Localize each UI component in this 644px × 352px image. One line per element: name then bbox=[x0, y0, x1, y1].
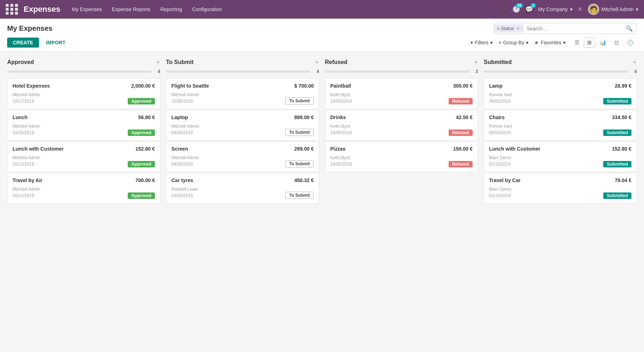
kanban-card[interactable]: Travel by Air 700.00 € Mitchell Admin10/… bbox=[7, 173, 160, 204]
app-logo: Expenses bbox=[24, 5, 60, 14]
status-badge: To Submit bbox=[285, 192, 314, 199]
column-progress-row-refused: 3 bbox=[325, 69, 478, 74]
column-progress-bar-refused bbox=[325, 70, 469, 73]
card-amount: 334.50 € bbox=[612, 114, 632, 120]
kanban-card[interactable]: Screen 289.00 € Mitchell Admin04/03/2019… bbox=[166, 141, 319, 172]
page-title: My Expenses bbox=[7, 24, 53, 33]
activity-icon[interactable]: 🕐 20 bbox=[512, 5, 520, 13]
card-meta: Mitchell Admin04/03/2019 bbox=[171, 155, 199, 167]
column-add-button-approved[interactable]: + bbox=[156, 59, 160, 66]
card-top: Lunch with Customer 152.80 € bbox=[489, 146, 631, 152]
search-filter-tag[interactable]: ≡ Status ✕ bbox=[494, 24, 523, 33]
card-name: Car tyres bbox=[171, 177, 193, 183]
card-amount: 79.04 € bbox=[615, 177, 631, 183]
column-header-submitted: Submitted + bbox=[484, 59, 637, 66]
card-name: Chairs bbox=[489, 114, 505, 120]
card-amount: 152.80 € bbox=[136, 146, 155, 152]
app-grid-icon[interactable] bbox=[6, 4, 19, 15]
kanban-card[interactable]: Lunch with Customer 152.80 € Mitchell Ad… bbox=[7, 141, 160, 172]
kanban-card[interactable]: Paintball 300.00 € Keith Byrd10/05/2019 … bbox=[325, 78, 478, 109]
status-badge: Approved bbox=[128, 192, 155, 199]
nav-reporting[interactable]: Reporting bbox=[160, 6, 182, 12]
messages-icon[interactable]: 💬 2 bbox=[525, 5, 533, 13]
card-top: Hotel Expenses 2,000.00 € bbox=[13, 83, 155, 89]
card-top: Lamp 28.99 € bbox=[489, 83, 631, 89]
toolbar-left: CREATE IMPORT bbox=[7, 38, 70, 48]
column-header-approved: Approved + bbox=[7, 59, 160, 66]
status-badge: Submitted bbox=[603, 161, 631, 167]
card-meta: Keith Byrd10/05/2019 bbox=[330, 123, 352, 136]
card-bottom: Keith Byrd10/05/2019 Refused bbox=[330, 155, 473, 167]
nav-my-expenses[interactable]: My Expenses bbox=[72, 6, 102, 12]
kanban-card[interactable]: Flight to Seattle $ 700.00 Mitchell Admi… bbox=[166, 78, 319, 109]
kanban-card[interactable]: Chairs 334.50 € Ronnie Hart06/02/2019 Su… bbox=[484, 110, 637, 141]
column-title-submitted: Submitted bbox=[484, 59, 512, 65]
card-top: Flight to Seattle $ 700.00 bbox=[171, 83, 314, 89]
card-bottom: Randall Lewis03/15/2019 To Submit bbox=[171, 186, 314, 199]
card-name: Lunch with Customer bbox=[13, 146, 64, 152]
groupby-dropdown-icon: ▾ bbox=[526, 40, 528, 45]
card-top: Pizzas 150.00 € bbox=[330, 146, 473, 152]
status-badge: Refused bbox=[449, 161, 473, 167]
column-count-approved: 4 bbox=[155, 69, 160, 74]
column-title-refused: Refused bbox=[325, 59, 347, 65]
search-input[interactable] bbox=[523, 24, 622, 33]
subheader: My Expenses ≡ Status ✕ 🔍 CREATE IMPORT ▾… bbox=[0, 19, 644, 52]
import-button[interactable]: IMPORT bbox=[42, 38, 70, 48]
status-badge: Refused bbox=[449, 98, 473, 104]
card-name: Paintball bbox=[330, 83, 351, 89]
kanban-board: Approved + 4 Hotel Expenses 2,000.00 € M… bbox=[0, 52, 644, 211]
kanban-card[interactable]: Pizzas 150.00 € Keith Byrd10/05/2019 Ref… bbox=[325, 141, 478, 172]
subheader-top: My Expenses ≡ Status ✕ 🔍 bbox=[7, 23, 637, 34]
column-approved: Approved + 4 Hotel Expenses 2,000.00 € M… bbox=[7, 59, 160, 204]
status-badge: Approved bbox=[128, 129, 155, 136]
column-add-button-submitted[interactable]: + bbox=[633, 59, 637, 66]
funnel-icon: ▾ bbox=[470, 40, 473, 45]
kanban-card[interactable]: Travel by Car 79.04 € Marc Demo01/15/201… bbox=[484, 173, 637, 204]
card-meta: Keith Byrd10/05/2019 bbox=[330, 155, 352, 167]
nav-links: My Expenses Expense Reports Reporting Co… bbox=[72, 6, 501, 12]
card-name: Pizzas bbox=[330, 146, 346, 152]
list-view-button[interactable]: ☰ bbox=[571, 38, 582, 48]
card-amount: 28.99 € bbox=[615, 83, 631, 89]
card-top: Paintball 300.00 € bbox=[330, 83, 473, 89]
card-amount: 56.80 € bbox=[138, 114, 155, 120]
search-button[interactable]: 🔍 bbox=[622, 23, 636, 34]
kanban-view-button[interactable]: ⊞ bbox=[584, 38, 595, 48]
column-add-button-to-submit[interactable]: + bbox=[315, 59, 319, 66]
card-amount: 152.80 € bbox=[612, 146, 632, 152]
kanban-card[interactable]: Lunch with Customer 152.80 € Marc Demo01… bbox=[484, 141, 637, 172]
column-progress-row-approved: 4 bbox=[7, 69, 160, 74]
card-name: Travel by Air bbox=[13, 177, 43, 183]
kanban-card[interactable]: Hotel Expenses 2,000.00 € Mitchell Admin… bbox=[7, 78, 160, 109]
favorites-button[interactable]: ★ Favorites ▾ bbox=[534, 40, 566, 45]
kanban-card[interactable]: Drinks 42.50 € Keith Byrd10/05/2019 Refu… bbox=[325, 110, 478, 141]
kanban-card[interactable]: Laptop 889.00 € Mitchell Admin04/03/2019… bbox=[166, 110, 319, 141]
column-submitted: Submitted + 4 Lamp 28.99 € Ronnie Hart06… bbox=[484, 59, 637, 204]
filter-tag-close[interactable]: ✕ bbox=[516, 26, 520, 31]
groupby-label: Group By bbox=[503, 40, 524, 45]
card-bottom: Mitchell Admin10/13/2019 Approved bbox=[13, 155, 155, 167]
card-meta: Keith Byrd10/05/2019 bbox=[330, 92, 352, 104]
filters-button[interactable]: ▾ Filters ▾ bbox=[470, 40, 493, 45]
column-add-button-refused[interactable]: + bbox=[474, 59, 478, 66]
filter-lines-icon: ≡ bbox=[497, 26, 499, 31]
kanban-card[interactable]: Lunch 56.80 € Mitchell Admin10/15/2019 A… bbox=[7, 110, 160, 141]
activity-view-button[interactable]: 🕐 bbox=[624, 38, 637, 48]
graph-view-button[interactable]: 📊 bbox=[596, 38, 610, 48]
nav-configuration[interactable]: Configuration bbox=[192, 6, 222, 12]
card-amount: 450.32 € bbox=[294, 177, 314, 183]
card-bottom: Marc Demo01/15/2019 Submitted bbox=[489, 155, 631, 167]
phone-icon[interactable]: 📞 bbox=[500, 6, 507, 13]
card-top: Travel by Air 700.00 € bbox=[13, 177, 155, 183]
pivot-view-button[interactable]: ⊡ bbox=[611, 38, 622, 48]
company-selector[interactable]: My Company ▾ bbox=[538, 6, 572, 12]
card-bottom: Keith Byrd10/05/2019 Refused bbox=[330, 123, 473, 136]
user-selector[interactable]: 🧑 Mitchell Admin ▾ bbox=[588, 4, 638, 15]
groupby-button[interactable]: ≡ Group By ▾ bbox=[498, 40, 528, 45]
nav-expense-reports[interactable]: Expense Reports bbox=[112, 6, 150, 12]
card-bottom: Mitchell Admin10/15/2019 Approved bbox=[13, 123, 155, 136]
kanban-card[interactable]: Lamp 28.99 € Ronnie Hart06/02/2019 Submi… bbox=[484, 78, 637, 109]
create-button[interactable]: CREATE bbox=[7, 38, 39, 48]
kanban-card[interactable]: Car tyres 450.32 € Randall Lewis03/15/20… bbox=[166, 173, 319, 204]
